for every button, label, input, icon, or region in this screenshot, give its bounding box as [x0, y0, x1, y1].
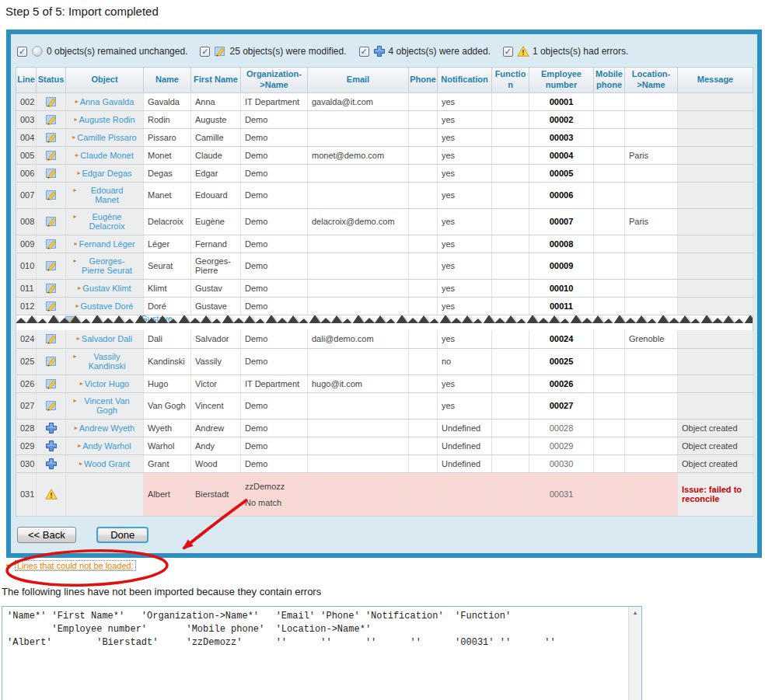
raw-dump-box[interactable]: 'Name*' 'First Name*' 'Organization->Nam…	[2, 606, 642, 700]
cell-message: Issue: failed to reconcile	[678, 472, 753, 516]
cell-employee-number: 00026	[529, 374, 594, 392]
scrollbar[interactable]: ▲	[628, 607, 641, 700]
table-row-027: 027▸Vincent Van GoghVan GoghVincentDemoy…	[16, 392, 753, 419]
object-link[interactable]: ▸Andrew Wyeth	[75, 423, 134, 433]
cell-message	[678, 279, 753, 297]
table-row-025: 025▸Vassily KandinskiKandinskiVassilyDem…	[16, 348, 753, 374]
cell-name: Degas	[144, 164, 191, 182]
cell-message	[678, 392, 753, 419]
cell-function	[492, 235, 529, 252]
tear-overlay: Gustave	[16, 315, 753, 330]
cell-object: ▸Auguste Rodin	[66, 110, 144, 128]
cell-name: Manet	[144, 182, 191, 208]
object-link[interactable]: ▸Edouard Manet	[73, 186, 135, 195]
cell-organization: IT Department	[241, 374, 308, 392]
cell-name: Dali	[144, 330, 191, 348]
summary-checkbox-error[interactable]: ✓	[503, 47, 513, 57]
cell-first-name: Fernand	[191, 235, 241, 252]
object-link[interactable]: ▸Auguste Rodin	[74, 115, 134, 124]
cell-notification: Undefined	[438, 454, 492, 472]
cell-first-name: Vincent	[191, 392, 241, 419]
cell-mobile-phone	[594, 208, 625, 235]
cell-notification: yes	[438, 110, 492, 128]
cell-location	[625, 454, 678, 472]
cell-mobile-phone	[594, 454, 625, 472]
pencil-icon	[45, 113, 58, 123]
cell-email: monet@demo.com	[308, 146, 409, 164]
cell-notification: yes	[438, 235, 492, 252]
cell-organization: Demo	[241, 348, 308, 374]
cell-location	[625, 472, 678, 516]
cell-organization: Demo	[241, 208, 308, 235]
cell-phone	[409, 297, 438, 315]
table-row-008: 008▸Eugène DelacroixDelacroixEugèneDemod…	[16, 208, 753, 235]
triangle-bullet-icon: ▸	[79, 460, 82, 467]
object-link[interactable]: ▸Claude Monet	[75, 151, 134, 160]
column-header-organization-name: Organization->Name	[241, 68, 308, 93]
object-link[interactable]: ▸Salvador Dali	[77, 334, 132, 343]
triangle-bullet-icon: ▸	[74, 116, 77, 123]
cell-location	[625, 235, 678, 252]
cell-message	[678, 208, 753, 235]
cell-line: 008	[16, 208, 37, 235]
cell-name: Doré	[144, 297, 191, 315]
object-link[interactable]: ▸Andy Warhol	[78, 441, 131, 451]
cell-phone	[409, 330, 438, 348]
summary-checkbox-modified[interactable]: ✓	[200, 47, 210, 57]
cell-status	[37, 392, 66, 419]
summary-checkbox-added[interactable]: ✓	[359, 47, 369, 57]
cell-first-name: Bierstadt	[191, 472, 241, 516]
cell-first-name: Claude	[191, 146, 241, 164]
cell-object: ▸Camille Pissaro	[66, 128, 144, 146]
import-table: LineStatusObjectNameFirst NameOrganizati…	[16, 67, 753, 517]
summary-label: 25 objects(s) were modified.	[229, 46, 346, 57]
cell-employee-number: 00004	[529, 146, 594, 164]
cell-notification: yes	[438, 128, 492, 146]
cell-employee-number: 00025	[529, 348, 594, 374]
object-link[interactable]: ▸Gustave Doré	[76, 301, 134, 311]
cell-phone	[409, 252, 438, 279]
object-link[interactable]: ▸Eugène Delacroix	[73, 212, 135, 221]
table-row-012: 012▸Gustave DoréDoréGustaveDemoyes00011	[16, 297, 753, 315]
back-button[interactable]: << Back	[17, 527, 76, 543]
cell-employee-number: 00006	[529, 182, 594, 208]
triangle-bullet-icon: ▸	[75, 424, 78, 431]
object-link[interactable]: ▸Georges-Pierre Seurat	[73, 256, 135, 266]
triangle-bullet-icon: ▸	[80, 380, 83, 387]
cell-message	[678, 235, 753, 252]
cell-function	[492, 437, 529, 454]
object-link[interactable]: ▸Fernand Léger	[74, 239, 134, 249]
cell-object: ▸Claude Monet	[66, 146, 144, 164]
cell-organization: Demo	[241, 330, 308, 348]
lines-not-loaded-link[interactable]: Lines that could not be loaded:	[15, 560, 136, 571]
cell-email	[308, 297, 409, 315]
cell-email: dali@demo.com	[308, 330, 409, 348]
cell-notification	[438, 472, 492, 516]
cell-first-name: Anna	[191, 92, 241, 110]
object-link[interactable]: ▸Wood Grant	[79, 459, 130, 468]
cell-notification: Undefined	[438, 437, 492, 454]
summary-item-error: ✓1 objects(s) had errors.	[503, 45, 628, 57]
object-link[interactable]: ▸Gustav Klimt	[78, 284, 131, 293]
pencil-icon	[45, 282, 58, 291]
object-link[interactable]: ▸Anna Gavalda	[75, 97, 134, 106]
cell-status	[37, 182, 66, 208]
object-link[interactable]: ▸Vincent Van Gogh	[73, 396, 135, 406]
done-button[interactable]: Done	[96, 527, 148, 543]
object-link[interactable]: ▸Vassily Kandinski	[73, 352, 135, 361]
table-row-006: 006▸Edgar DegasDegasEdgarDemoyes00005	[16, 164, 753, 182]
object-link[interactable]: ▸Camille Pissaro	[72, 133, 136, 142]
screenshot-tear: Gustave	[16, 315, 753, 330]
summary-label: 1 objects(s) had errors.	[533, 46, 628, 57]
cell-location	[625, 348, 678, 374]
summary-checkbox-unchanged[interactable]: ✓	[17, 47, 27, 57]
object-link[interactable]: ▸Victor Hugo	[80, 379, 129, 388]
cell-phone	[409, 92, 438, 110]
cell-function	[492, 472, 529, 516]
cell-location	[625, 279, 678, 297]
object-link[interactable]: ▸Edgar Degas	[77, 169, 131, 178]
scroll-up-icon[interactable]: ▲	[629, 607, 641, 619]
cell-object: ▸Edgar Degas	[66, 164, 144, 182]
cell-function	[492, 297, 529, 315]
cell-employee-number: 00005	[529, 164, 594, 182]
